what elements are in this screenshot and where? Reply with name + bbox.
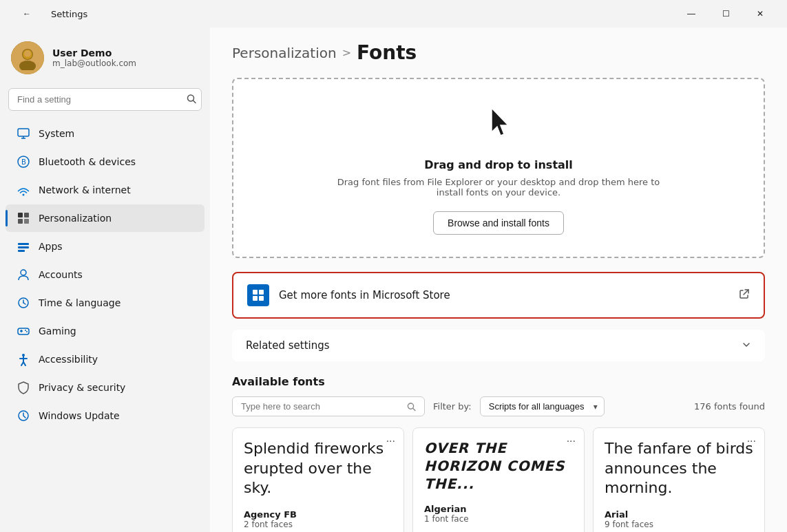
font-card-menu-button[interactable]: ···	[386, 435, 395, 447]
svg-point-3	[24, 50, 31, 57]
fonts-toolbar: Filter by: Scripts for all languages Lat…	[232, 396, 765, 416]
sidebar-item-privacy[interactable]: Privacy & security	[6, 374, 204, 401]
breadcrumb-parent[interactable]: Personalization	[232, 45, 337, 61]
font-card-menu-button[interactable]: ···	[567, 435, 576, 447]
svg-rect-18	[18, 250, 25, 252]
browse-install-button[interactable]: Browse and install fonts	[433, 211, 564, 235]
gaming-icon	[17, 324, 30, 338]
app-title: Settings	[51, 9, 87, 19]
svg-rect-15	[24, 219, 29, 224]
font-search-input[interactable]	[241, 401, 401, 412]
filter-select[interactable]: Scripts for all languages Latin Arabic C…	[480, 396, 605, 416]
font-card-menu-button[interactable]: ···	[747, 435, 756, 447]
svg-rect-35	[259, 290, 264, 295]
network-icon	[17, 183, 30, 197]
sidebar-item-accessibility[interactable]: Accessibility	[6, 345, 204, 373]
search-icon[interactable]	[187, 94, 196, 105]
sidebar-item-system[interactable]: System	[6, 120, 204, 147]
breadcrumb-separator: >	[342, 46, 351, 59]
back-button[interactable]: ←	[11, 3, 43, 25]
font-name: Agency FB	[244, 509, 392, 520]
maximize-button[interactable]: ☐	[710, 3, 742, 25]
svg-point-27	[26, 331, 28, 332]
sidebar-item-time[interactable]: Time & language	[6, 289, 204, 317]
sidebar-item-label: Time & language	[39, 297, 120, 308]
main-content: Personalization > Fonts Drag and drop to…	[210, 28, 787, 532]
svg-point-19	[21, 270, 26, 275]
sidebar-item-label: Personalization	[39, 213, 112, 224]
sidebar-item-label: Accounts	[39, 269, 83, 280]
accessibility-icon	[17, 352, 30, 366]
available-fonts-title: Available fonts	[232, 375, 765, 388]
svg-rect-16	[18, 243, 29, 245]
sidebar-item-windows-update[interactable]: Windows Update	[6, 402, 204, 429]
sidebar-item-bluetooth[interactable]: B Bluetooth & devices	[6, 148, 204, 175]
svg-rect-6	[18, 129, 29, 136]
font-card-algerian[interactable]: ··· OVER THE HORIZON COMES THE... Algeri…	[412, 427, 585, 532]
svg-rect-36	[253, 296, 258, 301]
ms-store-row[interactable]: Get more fonts in Microsoft Store	[232, 272, 765, 319]
avatar	[11, 41, 44, 74]
chevron-down-icon	[742, 340, 751, 352]
font-preview-text: The fanfare of birds announces the morni…	[605, 439, 753, 498]
user-section: User Demo m_lab@outlook.com	[0, 33, 210, 88]
drag-drop-area[interactable]: Drag and drop to install Drag font files…	[232, 78, 765, 258]
available-fonts-section: Available fonts Filter by: Scripts for a…	[232, 375, 765, 532]
sidebar-item-network[interactable]: Network & internet	[6, 176, 204, 204]
svg-line-22	[23, 303, 25, 304]
font-card-agency-fb[interactable]: ··· Splendid fireworks erupted over the …	[232, 427, 404, 532]
sidebar-item-label: Windows Update	[39, 410, 120, 421]
font-name: Algerian	[424, 504, 573, 514]
font-search-box	[232, 396, 425, 416]
font-preview-text-algerian: OVER THE HORIZON COMES THE...	[424, 439, 573, 493]
privacy-icon	[17, 381, 30, 394]
sidebar-item-gaming[interactable]: Gaming	[6, 317, 204, 345]
fonts-count: 176 fonts found	[694, 401, 765, 412]
font-card-arial[interactable]: ··· The fanfare of birds announces the m…	[593, 427, 765, 532]
font-faces: 2 font faces	[244, 520, 392, 529]
fonts-grid: ··· Splendid fireworks erupted over the …	[232, 427, 765, 532]
font-faces: 1 font face	[424, 514, 573, 524]
sidebar-item-label: Privacy & security	[39, 382, 125, 393]
sidebar-item-label: Bluetooth & devices	[39, 156, 136, 167]
related-settings-label: Related settings	[246, 339, 330, 352]
font-name: Arial	[605, 509, 753, 520]
sidebar-item-label: Gaming	[39, 326, 76, 337]
svg-rect-12	[18, 213, 23, 217]
drag-drop-title: Drag and drop to install	[255, 158, 742, 171]
sidebar-item-apps[interactable]: Apps	[6, 233, 204, 260]
sidebar-item-label: System	[39, 128, 74, 139]
svg-line-5	[193, 100, 196, 103]
svg-rect-14	[18, 219, 23, 224]
minimize-button[interactable]: —	[675, 3, 707, 25]
search-input[interactable]	[8, 88, 202, 111]
font-preview-text: Splendid fireworks erupted over the sky.	[244, 439, 392, 498]
ms-store-label: Get more fonts in Microsoft Store	[279, 289, 450, 301]
svg-rect-17	[18, 246, 29, 248]
sidebar-item-personalization[interactable]: Personalization	[6, 204, 204, 232]
cursor-icon	[255, 101, 742, 150]
related-settings-row[interactable]: Related settings	[232, 330, 765, 361]
title-bar: ← Settings — ☐ ✕	[0, 0, 787, 28]
svg-text:B: B	[21, 158, 26, 166]
sidebar-item-label: Accessibility	[39, 354, 98, 365]
ms-store-icon	[247, 284, 269, 306]
apps-icon	[17, 240, 30, 253]
drag-drop-description: Drag font files from File Explorer or yo…	[333, 177, 664, 198]
font-faces: 9 font faces	[605, 520, 753, 529]
system-icon	[17, 127, 30, 140]
svg-point-11	[23, 194, 25, 196]
close-button[interactable]: ✕	[744, 3, 776, 25]
svg-rect-37	[259, 296, 264, 301]
svg-rect-13	[24, 213, 29, 217]
user-name: User Demo	[52, 47, 136, 58]
font-search-icon	[407, 402, 416, 412]
sidebar-item-accounts[interactable]: Accounts	[6, 261, 204, 288]
user-email: m_lab@outlook.com	[52, 58, 136, 68]
bluetooth-icon: B	[17, 155, 30, 169]
accounts-icon	[17, 268, 30, 281]
breadcrumb-current: Fonts	[357, 41, 417, 64]
personalization-icon	[17, 211, 30, 225]
windows-update-icon	[17, 409, 30, 423]
sidebar-item-label: Apps	[39, 241, 63, 252]
